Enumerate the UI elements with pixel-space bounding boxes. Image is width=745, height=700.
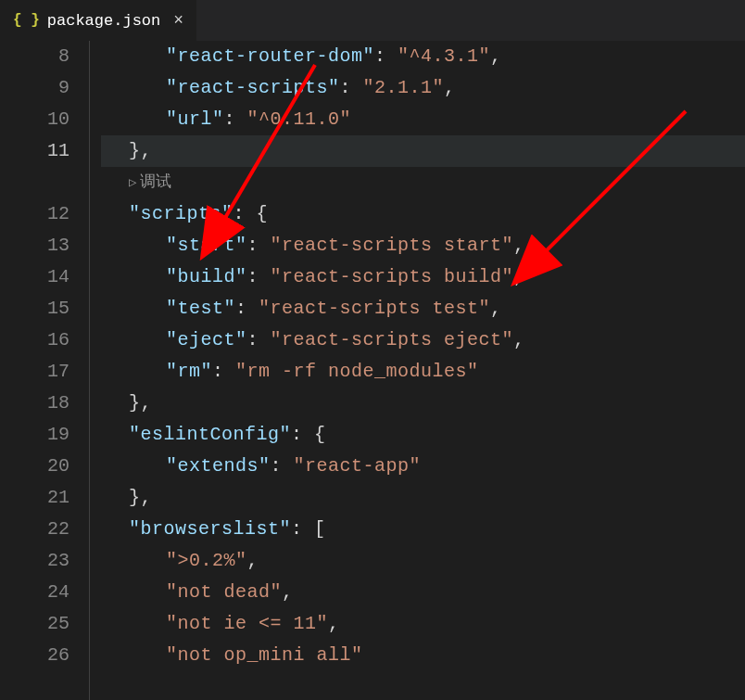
tab-filename: package.json [47, 12, 160, 30]
code-line[interactable]: "url": "^0.11.0" [101, 104, 745, 135]
code-line[interactable]: }, [101, 482, 745, 514]
codelens-label: 调试 [140, 167, 171, 198]
line-number-spacer [0, 167, 69, 198]
tab-package-json[interactable]: { } package.json × [0, 0, 197, 41]
line-number: 12 [0, 198, 69, 230]
tab-bar: { } package.json × [0, 0, 745, 41]
line-number: 26 [0, 640, 69, 671]
code-line[interactable]: "not dead", [101, 577, 745, 608]
line-number: 14 [0, 261, 69, 293]
close-icon[interactable]: × [173, 11, 183, 30]
line-number: 19 [0, 419, 69, 451]
code-line[interactable]: "scripts": { [101, 198, 745, 230]
line-number-gutter: 8 9 10 11 12 13 14 15 16 17 18 19 20 21 … [0, 41, 88, 700]
code-line[interactable]: }, [101, 388, 745, 419]
code-line[interactable]: "rm": "rm -rf node_modules" [101, 356, 745, 388]
line-number: 13 [0, 230, 69, 261]
fold-gutter [88, 41, 97, 700]
play-icon: ▷ [129, 167, 136, 198]
code-line[interactable]: "react-scripts": "2.1.1", [101, 72, 745, 104]
line-number: 21 [0, 482, 69, 514]
codelens-debug[interactable]: ▷调试 [101, 167, 745, 198]
code-area[interactable]: "react-router-dom": "^4.3.1", "react-scr… [97, 41, 745, 700]
line-number: 18 [0, 388, 69, 419]
code-line[interactable]: "test": "react-scripts test", [101, 293, 745, 325]
line-number: 11 [0, 135, 69, 167]
line-number: 25 [0, 608, 69, 640]
line-number: 20 [0, 451, 69, 482]
code-line[interactable]: "extends": "react-app" [101, 451, 745, 482]
line-number: 8 [0, 41, 69, 72]
line-number: 24 [0, 577, 69, 608]
line-number: 10 [0, 104, 69, 135]
code-line[interactable]: ">0.2%", [101, 545, 745, 577]
code-line[interactable]: "build": "react-scripts build", [101, 261, 745, 293]
code-line[interactable]: "eslintConfig": { [101, 419, 745, 451]
code-line[interactable]: "not op_mini all" [101, 640, 745, 671]
code-line[interactable]: "eject": "react-scripts eject", [101, 325, 745, 356]
code-line[interactable]: "start": "react-scripts start", [101, 230, 745, 261]
code-line[interactable]: }, [101, 135, 745, 167]
line-number: 16 [0, 325, 69, 356]
editor[interactable]: 8 9 10 11 12 13 14 15 16 17 18 19 20 21 … [0, 41, 745, 700]
json-icon: { } [13, 12, 40, 29]
line-number: 9 [0, 72, 69, 104]
code-line[interactable]: "browserslist": [ [101, 514, 745, 545]
line-number: 22 [0, 514, 69, 545]
line-number: 17 [0, 356, 69, 388]
code-line[interactable]: "not ie <= 11", [101, 608, 745, 640]
code-line[interactable]: "react-router-dom": "^4.3.1", [101, 41, 745, 72]
line-number: 15 [0, 293, 69, 325]
line-number: 23 [0, 545, 69, 577]
